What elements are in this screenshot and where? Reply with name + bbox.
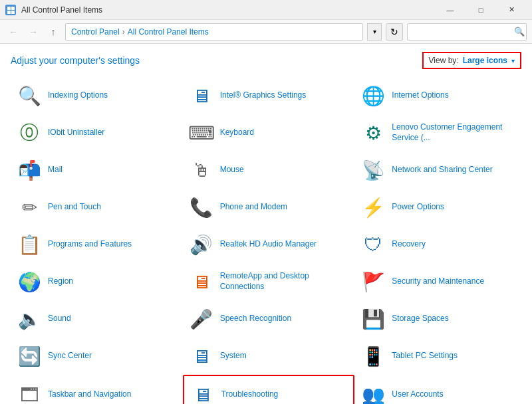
grid-item-lenovo-customer[interactable]: ⚙Lenovo Customer Engagement Service (... xyxy=(354,114,527,152)
path-control-panel[interactable]: Control Panel xyxy=(71,27,120,37)
sync-center-icon: 🔄 xyxy=(16,343,43,369)
grid-item-programs-features[interactable]: 📋Programs and Features xyxy=(11,226,183,263)
pen-touch-label: Pen and Touch xyxy=(48,202,101,213)
iobit-uninstaller-label: IObit Uninstaller xyxy=(48,128,104,138)
window-controls: — □ ✕ xyxy=(435,0,527,20)
grid-item-storage-spaces[interactable]: 💾Storage Spaces xyxy=(354,300,527,338)
intel-graphics-label: Intel® Graphics Settings xyxy=(220,90,307,101)
mouse-icon: 🖱 xyxy=(188,157,215,183)
taskbar-navigation-icon: 🗔 xyxy=(16,381,43,404)
keyboard-icon: ⌨ xyxy=(188,120,215,146)
grid-item-sound[interactable]: 🔈Sound xyxy=(11,300,183,338)
troubleshooting-icon: 🖥 xyxy=(190,381,216,404)
taskbar-navigation-label: Taskbar and Navigation xyxy=(48,389,131,400)
mouse-label: Mouse xyxy=(220,165,244,175)
grid-item-phone-modem[interactable]: 📞Phone and Modem xyxy=(183,189,355,226)
iobit-uninstaller-icon: ⓪ xyxy=(16,120,43,146)
internet-options-label: Internet Options xyxy=(392,90,448,101)
phone-modem-icon: 📞 xyxy=(188,194,215,221)
lenovo-customer-icon: ⚙ xyxy=(360,120,386,146)
intel-graphics-icon: 🖥 xyxy=(188,82,215,109)
user-accounts-icon: 👥 xyxy=(360,381,386,404)
network-sharing-icon: 📡 xyxy=(360,157,386,183)
grid-item-user-accounts[interactable]: 👥User Accounts xyxy=(354,375,527,404)
grid-item-speech-recognition[interactable]: 🎤Speech Recognition xyxy=(183,300,355,338)
content-header: Adjust your computer's settings View by:… xyxy=(0,44,532,74)
power-options-icon: ⚡ xyxy=(360,194,386,221)
recovery-label: Recovery xyxy=(392,239,426,250)
security-maintenance-label: Security and Maintenance xyxy=(392,276,484,287)
grid-item-mail[interactable]: 📬Mail xyxy=(11,152,183,189)
svg-rect-1 xyxy=(11,7,15,10)
forward-button[interactable]: → xyxy=(25,24,41,40)
user-accounts-label: User Accounts xyxy=(392,389,443,400)
content-area[interactable]: Adjust your computer's settings View by:… xyxy=(0,44,532,404)
maximize-button[interactable]: □ xyxy=(466,0,496,20)
security-maintenance-icon: 🚩 xyxy=(360,268,386,295)
view-by-arrow-icon: ▾ xyxy=(511,57,515,64)
remoteapp-label: RemoteApp and Desktop Connections xyxy=(220,271,350,292)
realtek-audio-icon: 🔊 xyxy=(188,231,215,258)
grid-item-network-sharing[interactable]: 📡Network and Sharing Center xyxy=(354,152,527,189)
keyboard-label: Keyboard xyxy=(220,128,254,138)
pen-touch-icon: ✏ xyxy=(16,194,43,221)
svg-rect-0 xyxy=(7,7,11,10)
tablet-pc-settings-label: Tablet PC Settings xyxy=(392,351,458,361)
speech-recognition-label: Speech Recognition xyxy=(220,314,291,324)
storage-spaces-icon: 💾 xyxy=(360,306,386,332)
grid-item-taskbar-navigation[interactable]: 🗔Taskbar and Navigation xyxy=(11,375,183,404)
grid-item-power-options[interactable]: ⚡Power Options xyxy=(354,189,527,226)
grid-item-remoteapp[interactable]: 🖥RemoteApp and Desktop Connections xyxy=(183,263,355,300)
search-icon: 🔍 xyxy=(514,27,525,37)
view-by-control[interactable]: View by: Large icons ▾ xyxy=(422,52,522,69)
title-bar-left: All Control Panel Items xyxy=(5,5,102,15)
search-input[interactable] xyxy=(412,27,511,37)
svg-rect-2 xyxy=(7,11,11,14)
grid-item-sync-center[interactable]: 🔄Sync Center xyxy=(11,338,183,375)
grid-item-internet-options[interactable]: 🌐Internet Options xyxy=(354,77,527,114)
grid-item-region[interactable]: 🌍Region xyxy=(11,263,183,300)
grid-item-security-maintenance[interactable]: 🚩Security and Maintenance xyxy=(354,263,527,300)
grid-item-pen-touch[interactable]: ✏Pen and Touch xyxy=(11,189,183,226)
system-label: System xyxy=(220,351,247,361)
grid-item-troubleshooting[interactable]: 🖥Troubleshooting xyxy=(183,375,355,404)
path-sep-1: › xyxy=(122,27,125,37)
svg-rect-3 xyxy=(11,11,15,14)
grid-item-tablet-pc-settings[interactable]: 📱Tablet PC Settings xyxy=(354,338,527,375)
address-dropdown[interactable]: ▾ xyxy=(367,23,382,41)
lenovo-customer-label: Lenovo Customer Engagement Service (... xyxy=(392,122,521,143)
grid-item-mouse[interactable]: 🖱Mouse xyxy=(183,152,355,189)
grid-item-keyboard[interactable]: ⌨Keyboard xyxy=(183,114,355,152)
items-grid: 🔍Indexing Options🖥Intel® Graphics Settin… xyxy=(0,74,532,404)
region-label: Region xyxy=(48,276,73,287)
address-bar: ← → ↑ Control Panel › All Control Panel … xyxy=(0,20,532,44)
grid-item-intel-graphics[interactable]: 🖥Intel® Graphics Settings xyxy=(183,77,355,114)
network-sharing-label: Network and Sharing Center xyxy=(392,165,492,175)
back-button[interactable]: ← xyxy=(5,24,21,40)
app-icon xyxy=(5,5,16,15)
minimize-button[interactable]: — xyxy=(435,0,466,20)
grid-item-indexing-options[interactable]: 🔍Indexing Options xyxy=(11,77,183,114)
grid-item-system[interactable]: 🖥System xyxy=(183,338,355,375)
programs-features-label: Programs and Features xyxy=(48,239,132,250)
page-title: Adjust your computer's settings xyxy=(11,55,140,66)
window-title: All Control Panel Items xyxy=(21,5,102,15)
up-button[interactable]: ↑ xyxy=(45,24,61,40)
sync-center-label: Sync Center xyxy=(48,351,92,361)
region-icon: 🌍 xyxy=(16,268,43,295)
indexing-options-label: Indexing Options xyxy=(48,90,108,101)
title-bar: All Control Panel Items — □ ✕ xyxy=(0,0,532,20)
grid-item-realtek-audio[interactable]: 🔊Realtek HD Audio Manager xyxy=(183,226,355,263)
sound-label: Sound xyxy=(48,314,71,324)
path-all-items[interactable]: All Control Panel Items xyxy=(128,27,209,37)
mail-icon: 📬 xyxy=(16,157,43,183)
system-icon: 🖥 xyxy=(188,343,215,369)
grid-item-iobit-uninstaller[interactable]: ⓪IObit Uninstaller xyxy=(11,114,183,152)
grid-item-recovery[interactable]: 🛡Recovery xyxy=(354,226,527,263)
storage-spaces-label: Storage Spaces xyxy=(392,314,448,324)
phone-modem-label: Phone and Modem xyxy=(220,202,287,213)
search-box: 🔍 xyxy=(407,23,527,41)
refresh-button[interactable]: ↻ xyxy=(386,23,403,41)
close-button[interactable]: ✕ xyxy=(496,0,527,20)
main-content: Adjust your computer's settings View by:… xyxy=(0,44,532,404)
